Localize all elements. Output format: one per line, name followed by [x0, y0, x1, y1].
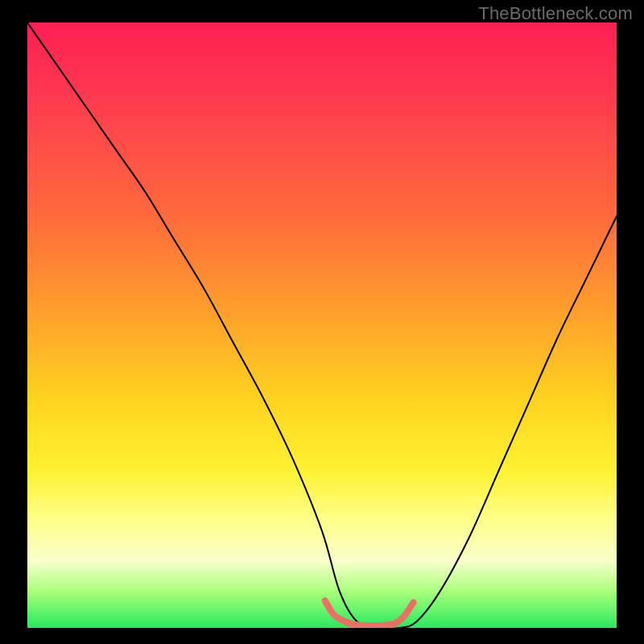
watermark-text: TheBottleneck.com	[478, 3, 633, 24]
curve-black	[27, 23, 617, 628]
chart-overlay	[27, 23, 617, 628]
bottom-band-red	[325, 601, 414, 625]
plot-area	[27, 23, 617, 628]
chart-frame: TheBottleneck.com	[0, 0, 644, 644]
